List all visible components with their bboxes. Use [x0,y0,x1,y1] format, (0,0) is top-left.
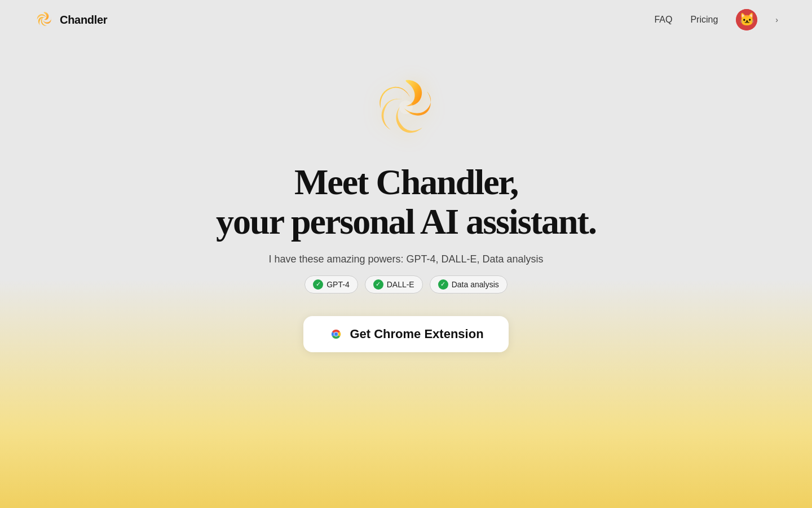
navbar: Chandler FAQ Pricing 🐱 › [0,0,812,40]
svg-point-0 [399,100,413,114]
svg-point-3 [334,332,338,336]
faq-link[interactable]: FAQ [654,15,672,25]
badge-check-gpt4: ✓ [313,279,323,290]
badge-check-dalle: ✓ [373,279,383,290]
badge-data-analysis: ✓ Data analysis [430,275,508,294]
badge-gpt4-label: GPT-4 [326,280,349,289]
hero-section: Meet Chandler, your personal AI assistan… [0,40,812,352]
hero-subtitle: I have these amazing powers: GPT-4, DALL… [268,253,543,265]
nav-chevron-icon[interactable]: › [775,15,778,24]
badge-dalle-label: DALL-E [387,280,414,289]
user-avatar[interactable]: 🐱 [736,9,757,30]
get-chrome-extension-button[interactable]: Get Chrome Extension [303,316,508,352]
cta-label: Get Chrome Extension [350,327,483,341]
nav-right: FAQ Pricing 🐱 › [654,9,778,30]
badge-data-label: Data analysis [452,280,499,289]
badge-check-data: ✓ [438,279,448,290]
avatar-face: 🐱 [736,9,757,30]
badges-row: ✓ GPT-4 ✓ DALL-E ✓ Data analysis [304,275,508,294]
hero-title-line1: Meet Chandler, [294,162,518,202]
chrome-icon [328,326,344,342]
nav-logo-icon [34,10,54,30]
hero-logo-icon [369,73,443,147]
badge-gpt4: ✓ GPT-4 [304,275,358,294]
nav-logo-text: Chandler [60,14,107,27]
hero-title-line2: your personal AI assistant. [216,202,596,242]
nav-logo[interactable]: Chandler [34,10,107,30]
pricing-link[interactable]: Pricing [690,15,718,25]
hero-title: Meet Chandler, your personal AI assistan… [216,163,596,242]
badge-dalle: ✓ DALL-E [365,275,423,294]
